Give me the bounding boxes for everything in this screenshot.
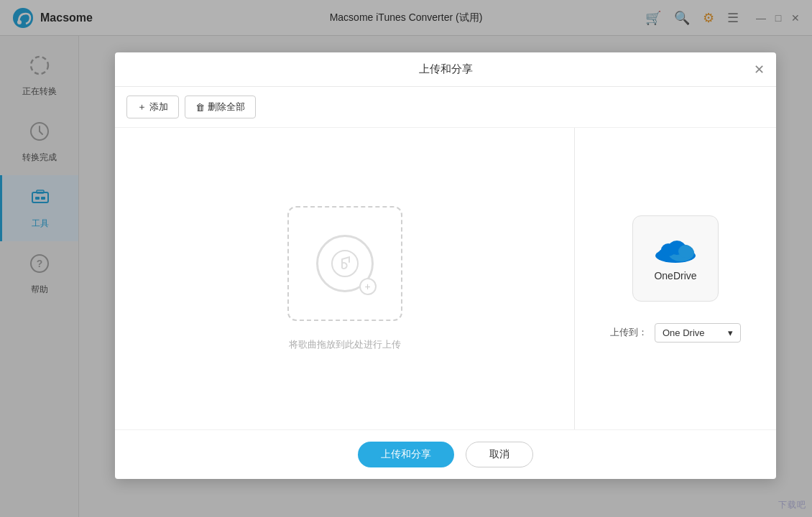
cancel-button[interactable]: 取消 [466, 442, 533, 467]
drop-zone[interactable]: + [287, 206, 402, 321]
add-music-badge: + [359, 278, 377, 295]
add-button[interactable]: ＋ 添加 [126, 96, 179, 118]
add-plus-icon: ＋ [137, 101, 147, 113]
cancel-label: 取消 [489, 448, 509, 460]
dialog-header: 上传和分享 ✕ [115, 52, 776, 87]
svg-point-16 [678, 245, 693, 258]
onedrive-icon [654, 236, 697, 264]
dialog-toolbar: ＋ 添加 🗑 删除全部 [115, 87, 776, 128]
dialog-footer: 上传和分享 取消 [115, 429, 776, 479]
upload-share-button[interactable]: 上传和分享 [358, 442, 454, 467]
dialog-title: 上传和分享 [419, 62, 473, 76]
delete-button-label: 删除全部 [208, 101, 245, 113]
dialog-body: + 将歌曲拖放到此处进行上传 [115, 128, 776, 429]
music-note-svg [331, 249, 359, 278]
add-button-label: 添加 [149, 101, 168, 113]
dialog-container: 上传和分享 ✕ ＋ 添加 🗑 删除全部 [79, 47, 812, 517]
drop-zone-icon: + [316, 235, 374, 292]
delete-icon: 🗑 [195, 102, 205, 113]
onedrive-name: OneDrive [654, 270, 696, 281]
upload-share-label: 上传和分享 [381, 448, 431, 460]
upload-to-row: 上传到： One Drive ▾ [596, 323, 755, 343]
dialog-close-button[interactable]: ✕ [754, 63, 765, 76]
drop-hint-text: 将歌曲拖放到此处进行上传 [289, 338, 401, 351]
upload-to-label: 上传到： [610, 326, 647, 339]
drop-panel: + 将歌曲拖放到此处进行上传 [115, 128, 575, 429]
upload-share-dialog: 上传和分享 ✕ ＋ 添加 🗑 删除全部 [115, 52, 776, 479]
chevron-down-icon: ▾ [728, 327, 733, 338]
upload-to-value: One Drive [663, 327, 705, 338]
cloud-panel: OneDrive 上传到： One Drive ▾ [575, 128, 776, 429]
onedrive-card: OneDrive [632, 215, 719, 302]
delete-all-button[interactable]: 🗑 删除全部 [185, 96, 256, 118]
upload-to-select[interactable]: One Drive ▾ [655, 323, 741, 343]
